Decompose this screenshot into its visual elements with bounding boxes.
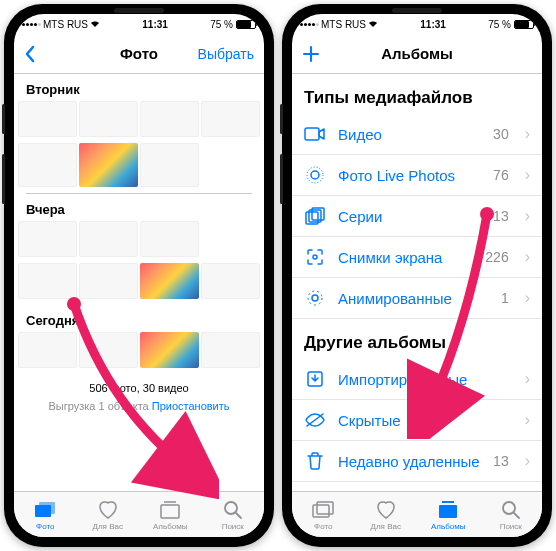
screenshot-icon: [304, 246, 326, 268]
wifi-icon: [368, 20, 378, 28]
chevron-right-icon: ›: [525, 166, 530, 184]
svg-point-11: [313, 255, 317, 259]
select-button[interactable]: Выбрать: [198, 46, 254, 62]
photo-thumb[interactable]: [18, 263, 77, 299]
photo-thumb[interactable]: [201, 101, 260, 137]
tab-bar: Фото Для Вас Альбомы Поиск: [292, 491, 542, 537]
plus-icon: [302, 45, 320, 63]
tab-albums[interactable]: Альбомы: [139, 492, 202, 537]
photo-thumb[interactable]: [18, 332, 77, 368]
search-icon: [500, 499, 522, 521]
page-title: Фото: [120, 45, 158, 62]
photos-icon: [34, 499, 56, 521]
trash-icon: [304, 450, 326, 472]
photo-thumb[interactable]: [18, 143, 77, 187]
carrier-label: MTS RUS: [43, 19, 88, 30]
photo-thumb[interactable]: [79, 221, 138, 257]
upload-status: Выгрузка 1 объекта Приостановить: [14, 398, 264, 422]
screen-left: MTS RUS 11:31 75 % Фото Выбрать Вторник: [14, 14, 264, 537]
tab-albums[interactable]: Альбомы: [417, 492, 480, 537]
svg-point-13: [308, 291, 322, 305]
row-imported[interactable]: Импортированные ›: [292, 359, 542, 400]
svg-rect-15: [313, 505, 329, 517]
page-title: Альбомы: [381, 45, 453, 62]
battery-icon: [236, 20, 256, 29]
svg-rect-2: [161, 505, 179, 518]
photo-thumb[interactable]: [201, 263, 260, 299]
screen-right: MTS RUS 11:31 75 % Альбомы Типы медиафай…: [292, 14, 542, 537]
photo-thumb[interactable]: [140, 332, 199, 368]
svg-point-3: [225, 502, 237, 514]
row-live-photos[interactable]: Фото Live Photos 76 ›: [292, 155, 542, 196]
burst-icon: [304, 205, 326, 227]
photo-thumb[interactable]: [79, 101, 138, 137]
section-today: Сегодня: [14, 305, 264, 332]
svg-rect-16: [317, 502, 333, 514]
nav-bar: Альбомы: [292, 34, 542, 74]
photos-content[interactable]: Вторник Вчера: [14, 74, 264, 491]
time-label: 11:31: [420, 19, 446, 30]
chevron-right-icon: ›: [525, 125, 530, 143]
video-icon: [304, 123, 326, 145]
carrier-label: MTS RUS: [321, 19, 366, 30]
svg-rect-17: [439, 505, 457, 518]
section-other-albums: Другие альбомы: [292, 319, 542, 359]
chevron-right-icon: ›: [525, 248, 530, 266]
chevron-right-icon: ›: [525, 207, 530, 225]
svg-point-7: [307, 167, 323, 183]
tab-foryou[interactable]: Для Вас: [77, 492, 140, 537]
status-bar: MTS RUS 11:31 75 %: [292, 14, 542, 34]
photo-thumb[interactable]: [140, 143, 199, 187]
svg-rect-5: [305, 128, 319, 140]
tab-search[interactable]: Поиск: [202, 492, 265, 537]
row-bursts[interactable]: Серии 13 ›: [292, 196, 542, 237]
svg-point-18: [503, 502, 515, 514]
albums-content[interactable]: Типы медиафайлов Видео 30 › Фото Live Ph…: [292, 74, 542, 491]
photo-thumb[interactable]: [140, 221, 199, 257]
row-videos[interactable]: Видео 30 ›: [292, 114, 542, 155]
tab-foryou[interactable]: Для Вас: [355, 492, 418, 537]
nav-bar: Фото Выбрать: [14, 34, 264, 74]
tab-bar: Фото Для Вас Альбомы Поиск: [14, 491, 264, 537]
add-button[interactable]: [302, 45, 320, 63]
phone-right: MTS RUS 11:31 75 % Альбомы Типы медиафай…: [282, 4, 552, 547]
albums-icon: [159, 499, 181, 521]
animated-icon: [304, 287, 326, 309]
svg-rect-1: [39, 502, 55, 514]
tab-search[interactable]: Поиск: [480, 492, 543, 537]
battery-pct: 75 %: [488, 19, 511, 30]
photo-thumb[interactable]: [18, 101, 77, 137]
chevron-right-icon: ›: [525, 411, 530, 429]
library-summary: 506 фото, 30 видео: [14, 374, 264, 398]
back-button[interactable]: [24, 45, 35, 63]
tab-photos[interactable]: Фото: [14, 492, 77, 537]
wifi-icon: [90, 20, 100, 28]
battery-icon: [514, 20, 534, 29]
photo-thumb[interactable]: [140, 101, 199, 137]
photo-thumb[interactable]: [140, 263, 199, 299]
section-yesterday: Вчера: [14, 194, 264, 221]
search-icon: [222, 499, 244, 521]
photo-thumb[interactable]: [79, 143, 138, 187]
row-animated[interactable]: Анимированные 1 ›: [292, 278, 542, 319]
pause-upload-link[interactable]: Приостановить: [152, 400, 230, 412]
row-recently-deleted[interactable]: Недавно удаленные 13 ›: [292, 441, 542, 482]
chevron-left-icon: [24, 45, 35, 63]
photo-thumb[interactable]: [79, 332, 138, 368]
tab-photos[interactable]: Фото: [292, 492, 355, 537]
chevron-right-icon: ›: [525, 370, 530, 388]
photo-thumb[interactable]: [18, 221, 77, 257]
svg-point-12: [312, 295, 318, 301]
row-screenshots[interactable]: Снимки экрана 226 ›: [292, 237, 542, 278]
chevron-right-icon: ›: [525, 289, 530, 307]
chevron-right-icon: ›: [525, 452, 530, 470]
status-bar: MTS RUS 11:31 75 %: [14, 14, 264, 34]
battery-pct: 75 %: [210, 19, 233, 30]
section-tuesday: Вторник: [14, 74, 264, 101]
phone-left: MTS RUS 11:31 75 % Фото Выбрать Вторник: [4, 4, 274, 547]
row-hidden[interactable]: Скрытые ›: [292, 400, 542, 441]
svg-point-6: [311, 171, 319, 179]
albums-icon: [437, 499, 459, 521]
photo-thumb[interactable]: [79, 263, 138, 299]
photo-thumb[interactable]: [201, 332, 260, 368]
